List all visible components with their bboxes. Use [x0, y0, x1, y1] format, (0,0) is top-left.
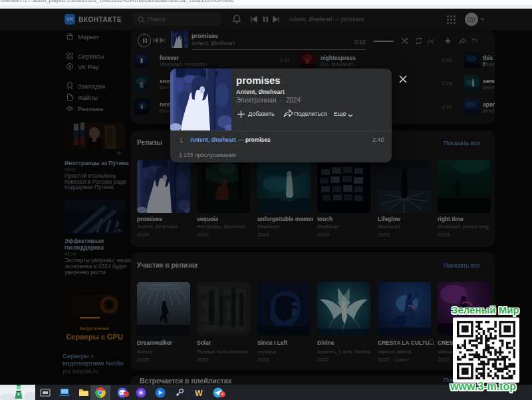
svg-text:W: W [195, 389, 203, 398]
